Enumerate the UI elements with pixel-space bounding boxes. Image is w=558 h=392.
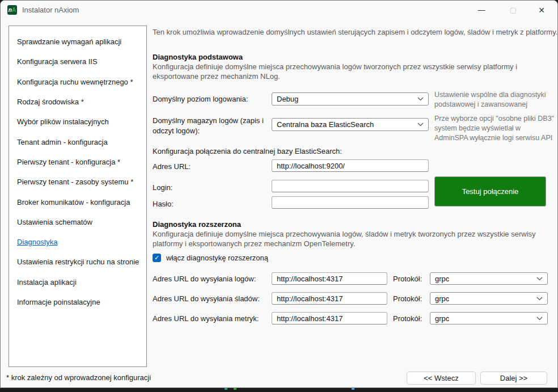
window-title: Instalator nAxiom <box>22 1 79 19</box>
elastic-login-input[interactable] <box>272 180 429 192</box>
note-db3-files: Prze wyborze opcji "osobne pliki DB3" sy… <box>434 114 555 143</box>
sidebar-item-tenant-admin-konfiguracja[interactable]: Tenant admin - konfiguracja <box>9 132 146 151</box>
chevron-down-icon <box>417 123 424 127</box>
log-level-value: Debug <box>277 95 298 103</box>
metrics-protocol-label: Protokół: <box>393 314 422 323</box>
log-level-label: Domyślny poziom logowania: <box>153 95 248 103</box>
elastic-password-input[interactable] <box>272 196 429 209</box>
taskbar-dot-icon <box>352 388 354 390</box>
metrics-protocol-select[interactable]: grpc <box>430 312 548 324</box>
naxiom-app-icon: nA <box>7 5 17 15</box>
steps-sidebar: Sprawdzanie wymagań aplikacji Konfigurac… <box>9 26 147 367</box>
log-store-label: Domyślny magazyn logów (zapis i odczyt l… <box>153 116 269 136</box>
basic-diagnostics-heading: Diagnostyka podstawowa <box>153 53 243 61</box>
maximize-button: ▢ <box>501 1 526 19</box>
traces-protocol-select[interactable]: grpc <box>430 292 548 305</box>
taskbar-strip <box>0 388 558 392</box>
sidebar-item-rodzaj-srodowiska[interactable]: Rodzaj środowiska * <box>9 92 146 112</box>
minimize-button[interactable]: — <box>469 1 494 19</box>
sidebar-item-ustawienia-schematow[interactable]: Ustawienia schematów <box>9 212 146 232</box>
traces-url-input[interactable] <box>272 292 387 305</box>
next-button[interactable]: Dalej >> <box>480 372 547 385</box>
traces-protocol-label: Protokół: <box>393 294 422 303</box>
installer-window: nA Instalator nAxiom — ▢ ✕ Sprawdzanie w… <box>0 0 558 388</box>
sidebar-item-diagnostyka[interactable]: Diagnostyka <box>9 232 146 252</box>
sidebar-item-broker-komunikatow-konfiguracja[interactable]: Broker komunikatów - konfiguracja <box>9 192 146 212</box>
enable-extended-diagnostics-row[interactable]: ✓ włącz diagnostykę rozszerzoną <box>153 254 268 262</box>
enable-extended-label: włącz diagnostykę rozszerzoną <box>166 254 268 262</box>
logs-protocol-value: grpc <box>435 275 449 283</box>
traces-url-label: Adres URL do wysyłania śladów: <box>153 294 260 303</box>
elastic-connection-heading: Konfiguracja połączenia do centralnej ba… <box>153 147 342 155</box>
logs-protocol-label: Protokół: <box>393 275 422 283</box>
sidebar-item-informacje-poinstalacyjne[interactable]: Informacje poinstalacyjne <box>9 292 146 312</box>
title-bar: nA Instalator nAxiom — ▢ ✕ <box>1 1 557 19</box>
chevron-down-icon <box>536 277 543 281</box>
log-level-select[interactable]: Debug <box>272 92 429 106</box>
logs-url-label: Adres URL do wysyłania logów: <box>153 275 256 283</box>
sidebar-item-sprawdzanie-wymagan-aplikacji[interactable]: Sprawdzanie wymagań aplikacji <box>9 32 146 52</box>
log-store-select[interactable]: Centralna baza ElasticSearch <box>272 118 429 131</box>
sidebar-item-pierwszy-tenant-konfiguracja[interactable]: Pierwszy tenant - konfiguracja * <box>9 152 146 172</box>
log-store-value: Centralna baza ElasticSearch <box>277 120 374 129</box>
close-button[interactable]: ✕ <box>530 1 553 19</box>
chevron-down-icon <box>417 97 424 101</box>
elastic-url-label: Adres URL: <box>153 162 191 171</box>
elastic-password-label: Hasło: <box>153 200 174 208</box>
taskbar-dot-icon <box>234 388 236 390</box>
sidebar-item-instalacja-aplikacji[interactable]: Instalacja aplikacji <box>9 272 146 292</box>
note-common-settings: Ustawienie wspólne dla diagnostyki podst… <box>434 90 552 109</box>
test-connection-button[interactable]: Testuj połączenie <box>434 176 546 206</box>
sidebar-item-pierwszy-tenant-zasoby-systemu[interactable]: Pierwszy tenant - zasoby systemu * <box>9 172 146 192</box>
metrics-url-input[interactable] <box>272 312 387 324</box>
sidebar-item-konfiguracja-ruchu-wewnetrznego[interactable]: Konfiguracja ruchu wewnętrznego * <box>9 72 146 92</box>
footer-asterisk-note: * krok zależny od wprowadzonej konfigura… <box>6 373 151 382</box>
back-button[interactable]: << Wstecz <box>407 372 476 385</box>
elastic-url-input[interactable] <box>272 159 429 172</box>
extended-diagnostics-heading: Diagnostyka rozszerzona <box>153 220 241 229</box>
traces-protocol-value: grpc <box>435 294 449 303</box>
step-intro-text: Ten krok umożliwia wprowadzenie domyślny… <box>153 28 558 36</box>
sidebar-item-wybor-plikow-instalacyjnych[interactable]: Wybór plików instalacyjnych <box>9 112 146 132</box>
taskbar-dot-icon <box>225 388 227 390</box>
sidebar-item-ustawienia-restrykcji-ruchu[interactable]: Ustawienia restrykcji ruchu na stronie <box>9 252 146 272</box>
metrics-protocol-value: grpc <box>435 314 449 323</box>
metrics-url-label: Adres URL do wysyłania metryk: <box>153 314 259 323</box>
elastic-login-label: Login: <box>153 183 172 192</box>
basic-diagnostics-description: Konfiguracja definiuje domyślne miejsca … <box>153 62 549 82</box>
logs-url-input[interactable] <box>272 272 387 285</box>
check-icon: ✓ <box>154 254 159 262</box>
chevron-down-icon <box>536 297 543 301</box>
app-icon-letter-a: A <box>12 7 16 13</box>
sidebar-item-konfiguracja-serwera-iis[interactable]: Konfiguracja serwera IIS <box>9 52 146 71</box>
enable-extended-checkbox[interactable]: ✓ <box>153 254 161 262</box>
extended-diagnostics-description: Konfiguracja definiuje domyślne miejsca … <box>153 230 552 249</box>
logs-protocol-select[interactable]: grpc <box>430 272 548 285</box>
chevron-down-icon <box>536 317 543 321</box>
